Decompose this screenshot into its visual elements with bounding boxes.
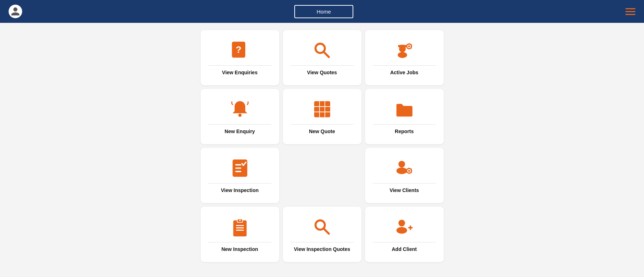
view-clients-label: View Clients: [389, 187, 419, 193]
view-inspection-label: View Inspection: [221, 187, 259, 193]
checklist-icon: [230, 158, 250, 178]
svg-rect-12: [406, 45, 407, 47]
new-enquiry-card[interactable]: New Enquiry: [201, 89, 279, 144]
worker-gear-icon: [394, 40, 414, 60]
svg-rect-51: [409, 225, 411, 230]
svg-point-29: [396, 167, 407, 174]
svg-rect-33: [408, 173, 410, 174]
svg-rect-27: [235, 171, 241, 172]
svg-rect-34: [406, 170, 407, 172]
hamburger-menu-icon[interactable]: [625, 8, 635, 15]
new-enquiry-label: New Enquiry: [225, 128, 255, 135]
grid-row-1: ? View Enquiries View Quotes: [29, 30, 615, 85]
svg-rect-10: [408, 43, 410, 44]
svg-point-9: [408, 45, 410, 47]
svg-point-48: [398, 220, 405, 226]
svg-point-7: [398, 52, 407, 58]
main-content: ? View Enquiries View Quotes: [0, 23, 644, 269]
folder-icon: [394, 99, 414, 119]
reports-card[interactable]: Reports: [365, 89, 444, 144]
active-jobs-card[interactable]: Active Jobs: [365, 30, 444, 85]
svg-rect-43: [236, 227, 244, 228]
grid-row-4: New Inspection View Inspection Quotes: [29, 207, 615, 262]
view-enquiries-label: View Enquiries: [222, 69, 257, 76]
list-grid-icon: [312, 99, 332, 119]
svg-text:?: ?: [236, 44, 241, 55]
search2-icon: [312, 217, 332, 237]
svg-point-49: [396, 227, 407, 234]
view-inspection-quotes-label: View Inspection Quotes: [294, 246, 350, 252]
svg-point-45: [239, 220, 241, 221]
view-quotes-card[interactable]: View Quotes: [283, 30, 362, 85]
new-inspection-card[interactable]: New Inspection: [201, 207, 279, 262]
header-center: Home: [22, 5, 625, 18]
svg-line-47: [323, 228, 329, 234]
svg-rect-19: [314, 101, 330, 117]
avatar[interactable]: [9, 5, 22, 18]
svg-rect-44: [236, 230, 244, 231]
clipboard-icon: [230, 217, 250, 237]
reports-label: Reports: [395, 128, 414, 135]
view-enquiries-card[interactable]: ? View Enquiries: [201, 30, 279, 85]
question-badge-icon: ?: [230, 40, 250, 60]
svg-rect-26: [235, 167, 241, 169]
view-inspection-card[interactable]: View Inspection: [201, 148, 279, 203]
svg-rect-11: [408, 48, 410, 49]
svg-rect-25: [235, 164, 241, 166]
view-clients-card[interactable]: View Clients: [365, 148, 444, 203]
svg-rect-6: [398, 45, 407, 47]
bell-icon: [230, 99, 250, 119]
view-quotes-label: View Quotes: [307, 69, 337, 76]
search-icon: [312, 40, 332, 60]
svg-point-28: [398, 161, 405, 167]
svg-line-3: [323, 52, 329, 57]
svg-rect-42: [236, 225, 244, 226]
active-jobs-label: Active Jobs: [390, 69, 418, 76]
header: Home: [0, 0, 644, 23]
new-quote-card[interactable]: New Quote: [283, 89, 362, 144]
grid-row-2: New Enquiry New Quote: [29, 89, 615, 144]
home-button[interactable]: Home: [294, 5, 353, 18]
person-gear-icon: [394, 158, 414, 178]
add-client-label: Add Client: [392, 246, 417, 252]
add-client-card[interactable]: Add Client: [365, 207, 444, 262]
person-plus-icon: [394, 217, 414, 237]
view-inspection-quotes-card[interactable]: View Inspection Quotes: [283, 207, 362, 262]
svg-rect-13: [411, 45, 412, 47]
new-quote-label: New Quote: [309, 128, 335, 135]
new-inspection-label: New Inspection: [221, 246, 258, 252]
svg-rect-32: [408, 168, 410, 169]
svg-point-18: [238, 114, 241, 117]
svg-point-31: [408, 170, 410, 172]
grid-row-3: View Inspection: [29, 148, 615, 203]
svg-rect-40: [233, 220, 246, 236]
svg-rect-35: [411, 170, 412, 172]
